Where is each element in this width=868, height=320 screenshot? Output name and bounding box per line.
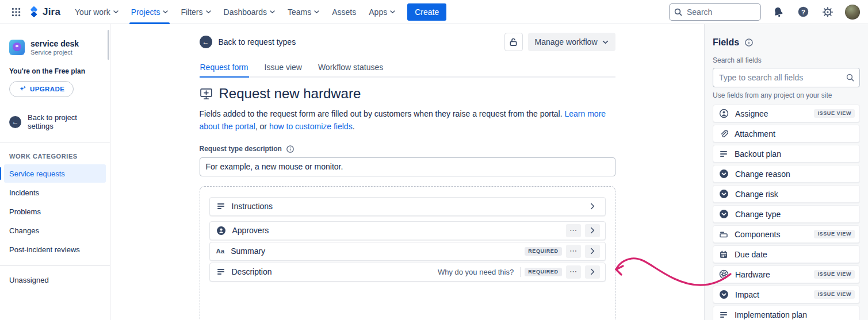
expand-field-button[interactable] (585, 200, 600, 213)
expand-field-button[interactable] (585, 224, 600, 237)
more-options-button[interactable]: ⋯ (566, 265, 581, 279)
request-form-dropzone[interactable]: InstructionsApprovers⋯AaSummaryREQUIRED⋯… (200, 186, 615, 320)
expand-field-button[interactable] (585, 265, 600, 279)
sidebar-item-changes[interactable]: Changes (4, 221, 106, 240)
fields-list: AssigneeISSUE VIEWAttachmentBackout plan… (713, 105, 860, 320)
back-to-project-settings-label: Back to project settings (28, 113, 101, 130)
sidebar-item-unassigned[interactable]: Unassigned (4, 271, 106, 289)
nav-item-dashboards[interactable]: Dashboards (217, 0, 282, 24)
upgrade-label: UPGRADE (30, 86, 64, 92)
tab-issue-view[interactable]: Issue view (264, 59, 303, 78)
manage-workflow-label: Manage workflow (535, 37, 598, 47)
back-to-request-types[interactable]: ← Back to request types (200, 36, 296, 48)
more-options-button[interactable]: ⋯ (566, 245, 581, 258)
settings-gear-icon[interactable] (820, 5, 835, 20)
field-card-label: Hardware (735, 270, 770, 279)
chevron-right-icon (590, 248, 595, 255)
intro-paragraph: Fields added to the request form are fil… (200, 108, 615, 133)
unlock-icon (508, 37, 518, 47)
form-field-actions: ⋯ (566, 224, 600, 237)
info-icon[interactable] (286, 145, 295, 153)
field-card-attachment[interactable]: Attachment (713, 125, 860, 142)
search-icon (674, 7, 683, 17)
nav-item-label: Projects (131, 7, 160, 17)
global-search-input[interactable] (669, 3, 761, 21)
field-card-components[interactable]: ComponentsISSUE VIEW (713, 225, 860, 243)
nav-item-label: Teams (288, 7, 311, 17)
sidebar-item-post-incident-reviews[interactable]: Post-incident reviews (4, 240, 106, 259)
sidebar-item-service-requests[interactable]: Service requests (4, 164, 106, 183)
jira-logo[interactable]: Jira (28, 6, 60, 18)
info-icon[interactable] (744, 38, 754, 47)
sidebar-item-label: Post-incident reviews (9, 245, 80, 254)
chevron-right-icon (590, 227, 595, 234)
nav-item-projects[interactable]: Projects (125, 0, 175, 24)
sidebar-scrollbar[interactable] (108, 30, 109, 60)
back-to-project-settings[interactable]: ← Back to project settings (9, 113, 101, 130)
field-card-implementation-plan[interactable]: Implementation plan (713, 306, 860, 320)
field-card-assignee[interactable]: AssigneeISSUE VIEW (713, 105, 860, 122)
aa-text-icon: Aa (216, 248, 225, 255)
nav-item-assets[interactable]: Assets (326, 0, 362, 24)
form-field-row-approvers[interactable]: Approvers⋯ (209, 221, 606, 240)
field-card-label: Attachment (735, 129, 775, 138)
sidebar-item-problems[interactable]: Problems (4, 202, 106, 221)
create-button[interactable]: Create (407, 3, 446, 21)
project-header: service desk Service project (9, 39, 101, 56)
more-options-button[interactable]: ⋯ (566, 224, 581, 237)
app-switcher-icon[interactable] (8, 4, 24, 20)
tab-workflow-statuses[interactable]: Workflow statuses (318, 59, 384, 78)
required-badge: REQUIRED (525, 268, 561, 276)
field-card-impact[interactable]: ImpactISSUE VIEW (713, 286, 860, 303)
nav-item-teams[interactable]: Teams (281, 0, 326, 24)
text-lines-icon (719, 149, 728, 159)
field-card-label: Implementation plan (735, 310, 807, 319)
back-to-request-types-label: Back to request types (219, 37, 296, 47)
person-outline-icon (719, 109, 729, 118)
sidebar-item-incidents[interactable]: Incidents (4, 183, 106, 202)
work-categories-list: Service requestsIncidentsProblemsChanges… (9, 164, 101, 259)
component-icon (719, 230, 728, 239)
chevron-down-small-icon (270, 10, 275, 14)
jira-logo-icon (28, 6, 40, 18)
request-type-tabs: Request formIssue viewWorkflow statuses (200, 59, 615, 78)
back-arrow-icon: ← (200, 36, 212, 48)
nav-item-filters[interactable]: Filters (174, 0, 217, 24)
field-card-due-date[interactable]: Due date (713, 245, 860, 263)
field-card-backout-plan[interactable]: Backout plan (713, 145, 860, 163)
request-type-description-input[interactable] (200, 157, 615, 176)
top-navigation-bar: Jira Your workProjectsFiltersDashboardsT… (0, 0, 868, 24)
fields-panel-title: Fields (713, 37, 739, 48)
form-field-row-summary[interactable]: AaSummaryREQUIRED⋯ (209, 242, 606, 261)
text-lines-icon (719, 310, 728, 319)
help-icon[interactable]: ? (796, 5, 810, 20)
tab-request-form[interactable]: Request form (200, 59, 249, 78)
user-avatar[interactable] (845, 5, 860, 20)
form-field-label: Instructions (232, 202, 273, 211)
unlock-button[interactable] (504, 33, 523, 51)
form-field-row-description[interactable]: DescriptionWhy do you need this?REQUIRED… (209, 263, 606, 282)
select-circle-icon (719, 169, 729, 179)
jira-logo-text: Jira (43, 6, 60, 18)
manage-workflow-button[interactable]: Manage workflow (528, 33, 615, 51)
primary-nav: Your workProjectsFiltersDashboardsTeamsA… (68, 0, 402, 24)
expand-field-button[interactable] (585, 245, 600, 258)
nav-item-label: Your work (75, 7, 110, 17)
divider (520, 267, 521, 277)
field-card-hardware[interactable]: HardwareISSUE VIEW (713, 265, 860, 283)
form-field-actions (585, 200, 600, 213)
field-card-change-risk[interactable]: Change risk (713, 185, 860, 203)
nav-item-your-work[interactable]: Your work (68, 0, 125, 24)
fields-search-input[interactable] (713, 68, 860, 87)
notifications-bell-icon[interactable] (771, 5, 786, 20)
calendar-icon (719, 250, 728, 259)
field-card-change-reason[interactable]: Change reason (713, 165, 860, 183)
chevron-down-small-icon (113, 10, 118, 14)
nav-item-apps[interactable]: Apps (362, 0, 402, 24)
plan-text: You're on the Free plan (9, 67, 101, 75)
form-field-row-instructions[interactable]: Instructions (209, 197, 606, 216)
field-card-change-type[interactable]: Change type (713, 205, 860, 223)
upgrade-button[interactable]: UPGRADE (9, 81, 74, 97)
customize-fields-link[interactable]: how to customize fields (269, 122, 353, 131)
issue-view-badge: ISSUE VIEW (814, 109, 855, 118)
